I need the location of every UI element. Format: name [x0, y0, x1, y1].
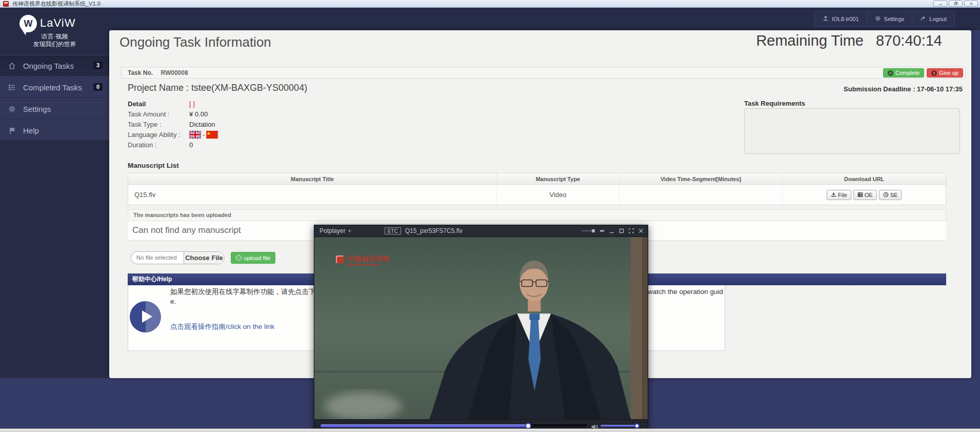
volume-slider[interactable] [601, 425, 639, 427]
detail-row: Task Type : Dictation [128, 119, 218, 129]
download-icon [831, 192, 836, 198]
se-button[interactable]: SE [879, 190, 902, 200]
logo-tagline-2: 发现我们的世界 [0, 40, 109, 49]
task-no-label: Task No. [128, 69, 153, 76]
help-text-wrap: e. [170, 298, 176, 305]
language-flags: - [189, 131, 218, 139]
user-menu[interactable]: IOL8-tr001 [815, 12, 867, 26]
window-restore-button[interactable] [949, 1, 963, 7]
task-no-value: RW00008 [161, 69, 188, 76]
sidebar-item-ongoing-tasks[interactable]: Ongoing Tasks 3 [0, 55, 109, 76]
manuscript-title-cell: Q15.flv [128, 185, 496, 205]
potplayer-app-name[interactable]: Potplayer [319, 227, 346, 234]
sidebar: W LaViW 语言·视频 发现我们的世界 Ongoing Tasks 3 Co… [0, 8, 109, 378]
give-up-button[interactable]: ! Give up [927, 68, 963, 77]
task-requirements-label: Task Requirements [744, 100, 805, 107]
detail-label: Task Type : [128, 121, 189, 128]
help-guide-link[interactable]: 点击观看操作指南/click on the link [170, 322, 274, 331]
minimize-icon[interactable] [609, 228, 614, 233]
volume-slider-thumb[interactable] [634, 423, 639, 428]
settings-menu[interactable]: Settings [867, 12, 912, 26]
sidebar-item-help[interactable]: Help [0, 120, 109, 141]
flag-icon [8, 127, 16, 134]
window-close-button[interactable] [964, 1, 978, 7]
windows-titlebar[interactable]: 传神语视界在线影视译制系统_V1.0 [0, 0, 980, 8]
top-navbar: IOL8-tr001 Settings Logout [0, 8, 980, 30]
detail-row-language: Language Ability : - [128, 129, 218, 140]
potplayer-window: Potplayer ▼ ETC Q15_pxr53FS7C5.flv [314, 225, 648, 432]
sidebar-item-completed-tasks[interactable]: Completed Tasks 0 [0, 76, 109, 98]
upload-file-label: upload file [244, 255, 270, 261]
file-button-label: File [838, 192, 847, 198]
list-icon [8, 84, 16, 91]
manuscript-list-heading: Manuscript List [128, 162, 179, 169]
potplayer-titlebar[interactable]: Potplayer ▼ ETC Q15_pxr53FS7C5.flv [314, 225, 648, 237]
file-download-button[interactable]: File [827, 190, 851, 200]
pin-icon[interactable] [599, 228, 605, 233]
screen: IOL8-tr001 Settings Logout W LaViW 语言·视频… [0, 0, 980, 432]
logo-name: LaViW [40, 16, 75, 30]
close-icon[interactable] [638, 228, 644, 233]
check-icon: ✓ [888, 70, 893, 76]
help-play-button[interactable] [130, 301, 161, 332]
table-header-row: Manuscript Title Manuscript Type Video T… [128, 173, 946, 185]
logout-menu[interactable]: Logout [912, 12, 954, 26]
sidebar-item-settings[interactable]: Settings [0, 98, 109, 120]
china-flag-icon [206, 131, 218, 139]
choose-file-button[interactable]: Choose File [184, 252, 224, 264]
exclamation-icon: ! [931, 70, 937, 76]
complete-button[interactable]: ✓ Complete [883, 68, 924, 77]
logout-label: Logout [929, 16, 947, 22]
institute-logo-text: 中国创业学院 [347, 256, 390, 263]
detail-row: Duration : 0 [128, 140, 218, 150]
task-requirements-box [744, 108, 960, 154]
manuscript-type-cell: Video [496, 185, 619, 205]
remaining-time-label: Remaining Time [756, 32, 864, 49]
file-input[interactable]: No file selected Choose File [131, 251, 225, 264]
column-header: Manuscript Type [496, 173, 619, 184]
chevron-down-icon: ▼ [348, 229, 352, 233]
detail-label: Duration : [128, 141, 189, 149]
sidebar-item-label: Ongoing Tasks [23, 62, 74, 70]
sidebar-item-label: Settings [23, 105, 51, 113]
user-icon [823, 15, 829, 23]
remaining-time: Remaining Time 870:40:14 [756, 32, 942, 49]
clock-icon [883, 192, 889, 198]
oe-button-label: OE [865, 192, 873, 198]
detail-value: 0 [189, 141, 193, 149]
logo-initial: W [24, 18, 33, 29]
window-title: 传神语视界在线影视译制系统_V1.0 [12, 1, 101, 7]
sidebar-item-label: Completed Tasks [23, 83, 82, 92]
completed-count-badge: 0 [93, 83, 103, 91]
logout-icon [920, 15, 926, 23]
complete-label: Complete [895, 70, 919, 76]
window-minimize-button[interactable] [933, 1, 947, 7]
top-nav-segment: IOL8-tr001 Settings Logout [814, 11, 955, 27]
column-header: Manuscript Title [128, 173, 496, 184]
titlebar-slider[interactable] [582, 230, 595, 231]
institute-logo-icon [336, 256, 344, 263]
detail-row: Task Amount : ¥ 0.00 [128, 109, 218, 119]
home-icon [8, 62, 16, 70]
se-button-label: SE [890, 192, 898, 198]
detail-block: Detail [ ] Task Amount : ¥ 0.00 Task Typ… [128, 99, 218, 150]
detail-value: [ ] [189, 100, 195, 108]
detail-row: Detail [ ] [128, 99, 218, 109]
sidebar-menu: Ongoing Tasks 3 Completed Tasks 0 Settin… [0, 55, 109, 141]
institute-logo-subtext [347, 264, 379, 265]
sidebar-item-label: Help [23, 126, 39, 135]
help-text-right: watch the operation guid [648, 288, 723, 296]
settings-label: Settings [884, 16, 905, 22]
fullscreen-icon[interactable] [629, 228, 634, 233]
give-up-label: Give up [939, 70, 958, 76]
taskbar-edge[interactable] [0, 428, 980, 432]
maximize-icon[interactable] [619, 228, 624, 233]
upload-file-button[interactable]: ↑ upload file [231, 252, 275, 264]
file-input-status: No file selected [131, 252, 184, 264]
oe-button[interactable]: OE [853, 190, 877, 200]
task-number-strip: Task No. RW00008 ✓ Complete ! Give up [121, 67, 966, 78]
detail-label: Language Ability : [128, 131, 189, 139]
seek-bar[interactable] [321, 424, 587, 427]
video-area[interactable]: 中国创业学院 [314, 237, 648, 419]
flag-separator: - [203, 131, 205, 139]
